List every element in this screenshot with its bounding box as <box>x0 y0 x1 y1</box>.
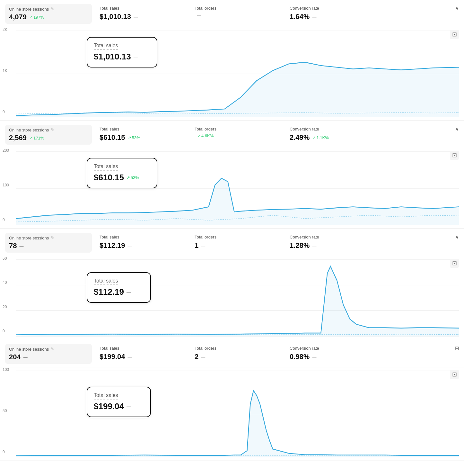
conversion-value-2: 2.49% ↗ 1.1K% <box>290 133 456 142</box>
sales-label-2: Total sales <box>100 127 119 132</box>
sessions-cell-2: Online store sessions ✎ 2,569 ↗ 171% <box>5 125 92 145</box>
conversion-value-3: 1.28% — <box>290 241 456 250</box>
section-4: Online store sessions ✎ 204 — Total sale… <box>0 340 464 461</box>
sales-value-2: $610.15 ↗ 53% <box>100 133 184 142</box>
svg-marker-7 <box>16 178 459 225</box>
sessions-value-1: 4,079 ↗ 197% <box>9 13 88 21</box>
conversion-cell-2: Conversion rate 2.49% ↗ 1.1K% <box>287 125 459 143</box>
orders-label-4: Total orders <box>195 346 216 351</box>
tooltip-title-3: Total sales <box>94 278 144 285</box>
collapse-icon-1[interactable]: ∧ <box>455 5 459 11</box>
chart-svg-1 <box>16 31 459 117</box>
orders-value-4: 2 — <box>195 353 279 361</box>
chart-area-1: 2K 1K 0 Total sales $1,010.13 — ⊡ <box>0 27 464 121</box>
conversion-value-1: 1.64% — <box>290 13 456 21</box>
sessions-change-1: ↗ 197% <box>29 15 44 20</box>
sales-value-4: $199.04 — <box>100 353 184 361</box>
conversion-label-1: Conversion rate <box>290 6 319 11</box>
orders-value-1: — <box>195 13 279 17</box>
sales-cell-4: Total sales $199.04 — <box>97 344 187 362</box>
y-axis-2: 200 100 0 <box>3 148 9 222</box>
tooltip-value-2: $610.15 ↗ 53% <box>94 173 150 183</box>
orders-label-2: Total orders <box>195 127 216 132</box>
orders-label-3: Total orders <box>195 235 216 240</box>
metrics-row-1: Online store sessions ✎ 4,079 ↗ 197% Tot… <box>0 0 464 27</box>
sessions-cell-3: Online store sessions ✎ 78 — <box>5 233 92 253</box>
section-1: Online store sessions ✎ 4,079 ↗ 197% Tot… <box>0 0 464 121</box>
sessions-label-4: Online store sessions ✎ <box>9 346 88 352</box>
sales-label-4: Total sales <box>100 346 119 351</box>
edit-icon-3[interactable]: ✎ <box>51 235 55 240</box>
chart-area-3: 60 40 20 0 Total sales $112.19 — ⊡ <box>0 256 464 340</box>
compare-icon-1[interactable]: ⊡ <box>450 30 459 39</box>
section-2: Online store sessions ✎ 2,569 ↗ 171% Tot… <box>0 121 464 229</box>
edit-icon-2[interactable]: ✎ <box>51 127 55 132</box>
sales-label-3: Total sales <box>100 235 119 240</box>
chart-svg-2 <box>16 151 459 225</box>
svg-marker-3 <box>16 62 459 117</box>
metrics-row-2: Online store sessions ✎ 2,569 ↗ 171% Tot… <box>0 121 464 148</box>
collapse-icon-3[interactable]: ∧ <box>455 234 459 240</box>
conversion-cell-3: Conversion rate 1.28% — <box>287 233 459 251</box>
y-axis-1: 2K 1K 0 <box>3 27 7 114</box>
tooltip-card-2: Total sales $610.15 ↗ 53% <box>87 158 157 188</box>
section-3: Online store sessions ✎ 78 — Total sales… <box>0 229 464 340</box>
sales-cell-1: Total sales $1,010.13 — <box>97 4 187 22</box>
edit-icon-1[interactable]: ✎ <box>51 6 55 12</box>
chart-area-4: 100 50 0 Total sales $199.04 — ⊡ <box>0 367 464 461</box>
sales-label-1: Total sales <box>100 6 119 11</box>
chart-area-2: 200 100 0 Total sales $610.15 ↗ 53% ⊡ <box>0 148 464 229</box>
sales-value-1: $1,010.13 — <box>100 13 184 21</box>
orders-cell-2: Total orders ↗ 4.6K% <box>192 125 282 139</box>
orders-value-3: 1 — <box>195 241 279 250</box>
tooltip-title-4: Total sales <box>94 392 144 400</box>
metrics-row-3: Online store sessions ✎ 78 — Total sales… <box>0 229 464 256</box>
sessions-value-4: 204 — <box>9 353 88 361</box>
sessions-cell-1: Online store sessions ✎ 4,079 ↗ 197% <box>5 4 92 24</box>
orders-value-2: ↗ 4.6K% <box>195 133 279 138</box>
compare-icon-2[interactable]: ⊡ <box>450 151 459 160</box>
orders-cell-4: Total orders 2 — <box>192 344 282 362</box>
sessions-label-3: Online store sessions ✎ <box>9 235 88 240</box>
sessions-label-1: Online store sessions ✎ <box>9 6 88 12</box>
conversion-cell-1: Conversion rate 1.64% — <box>287 4 459 22</box>
svg-marker-16 <box>16 391 459 457</box>
sessions-cell-4: Online store sessions ✎ 204 — <box>5 344 92 364</box>
svg-marker-12 <box>16 266 459 337</box>
tooltip-title-1: Total sales <box>94 43 150 50</box>
metrics-row-4: Online store sessions ✎ 204 — Total sale… <box>0 340 464 367</box>
sessions-label-2: Online store sessions ✎ <box>9 127 88 132</box>
orders-cell-1: Total orders — <box>192 4 282 19</box>
collapse-icon-2[interactable]: ∧ <box>455 126 459 132</box>
tooltip-card-1: Total sales $1,010.13 — <box>87 37 157 67</box>
y-axis-3: 60 40 20 0 <box>3 256 7 333</box>
compare-icon-3[interactable]: ⊡ <box>450 259 459 268</box>
tooltip-card-4: Total sales $199.04 — <box>87 387 151 417</box>
sales-cell-3: Total sales $112.19 — <box>97 233 187 251</box>
sessions-value-2: 2,569 ↗ 171% <box>9 134 88 142</box>
conversion-label-4: Conversion rate <box>290 346 319 351</box>
chart-svg-4 <box>16 371 459 457</box>
conversion-label-3: Conversion rate <box>290 235 319 240</box>
conversion-cell-4: Conversion rate 0.98% — <box>287 344 459 362</box>
sales-value-3: $112.19 — <box>100 241 184 250</box>
orders-label-1: Total orders <box>195 6 216 11</box>
sessions-change-2: ↗ 171% <box>29 136 44 140</box>
conversion-label-2: Conversion rate <box>290 127 319 132</box>
tooltip-title-2: Total sales <box>94 164 150 171</box>
chart-svg-3 <box>16 259 459 337</box>
sales-cell-2: Total sales $610.15 ↗ 53% <box>97 125 187 143</box>
tooltip-value-3: $112.19 — <box>94 287 144 297</box>
tooltip-value-1: $1,010.13 — <box>94 52 150 62</box>
edit-icon-4[interactable]: ✎ <box>51 346 55 352</box>
sessions-value-3: 78 — <box>9 242 88 250</box>
y-axis-4: 100 50 0 <box>3 367 9 454</box>
tooltip-value-4: $199.04 — <box>94 401 144 411</box>
orders-cell-3: Total orders 1 — <box>192 233 282 251</box>
tooltip-card-3: Total sales $112.19 — <box>87 272 151 303</box>
conversion-value-4: 0.98% — <box>290 353 456 361</box>
collapse-icon-4[interactable]: ⊟ <box>455 345 459 351</box>
compare-icon-4[interactable]: ⊡ <box>450 370 459 379</box>
